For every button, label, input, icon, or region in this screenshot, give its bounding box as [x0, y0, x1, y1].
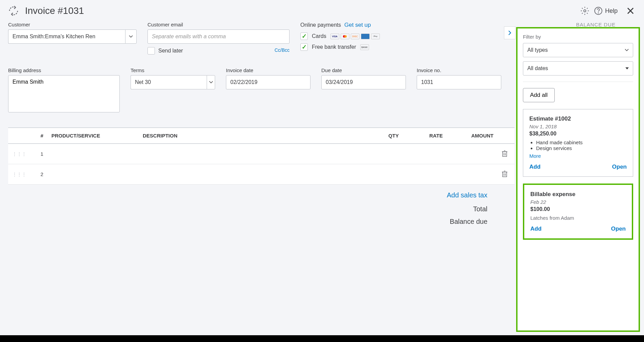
- invoice-no-label: Invoice no.: [417, 67, 501, 73]
- balance-due-label: Balance due: [16, 218, 487, 226]
- help-icon: [594, 6, 603, 15]
- bank-icon: BANK: [360, 44, 369, 50]
- linked-item-line: Hand made cabinets: [536, 140, 627, 145]
- cards-label: Cards: [312, 33, 326, 39]
- add-link[interactable]: Add: [530, 226, 542, 232]
- total-label: Total: [16, 205, 487, 213]
- chevron-down-icon: [209, 81, 213, 84]
- settings-button[interactable]: [579, 5, 590, 16]
- svg-point-0: [584, 10, 586, 12]
- help-label[interactable]: Help: [605, 7, 618, 15]
- filter-type-select[interactable]: All types: [523, 43, 633, 57]
- invoice-date-input[interactable]: [226, 75, 310, 89]
- filter-by-label: Filter by: [523, 34, 633, 40]
- chevron-right-icon: [508, 30, 512, 36]
- col-product: PRODUCT/SERVICE: [47, 128, 139, 144]
- linked-item-estimate: Estimate #1002 Nov 1, 2018 $38,250.00 Ha…: [523, 109, 633, 177]
- more-link[interactable]: More: [529, 153, 627, 159]
- table-row[interactable]: ⋮⋮⋮ 1: [8, 144, 514, 164]
- drag-handle-icon[interactable]: ⋮⋮⋮: [12, 151, 26, 157]
- svg-point-2: [598, 13, 598, 13]
- col-description: DESCRIPTION: [139, 128, 366, 144]
- linked-item-date: Feb 22: [530, 199, 626, 205]
- footer-bar: [0, 335, 644, 342]
- cards-checkbox[interactable]: [300, 33, 308, 40]
- linked-item-date: Nov 1, 2018: [529, 124, 627, 129]
- add-link[interactable]: Add: [529, 164, 540, 170]
- open-link[interactable]: Open: [612, 164, 627, 170]
- email-label: Customer email: [147, 22, 290, 27]
- svg-rect-5: [503, 152, 507, 156]
- filter-date-select[interactable]: All dates: [523, 61, 633, 76]
- page-title: Invoice #1031: [25, 5, 84, 16]
- terms-dropdown-button[interactable]: [207, 75, 215, 89]
- open-link[interactable]: Open: [611, 226, 626, 232]
- online-payments-label: Online payments: [300, 22, 341, 28]
- linked-item-line: Design services: [536, 145, 627, 151]
- close-icon: [626, 6, 635, 16]
- recurring-icon: [8, 5, 19, 16]
- get-setup-link[interactable]: Get set up: [344, 22, 371, 28]
- linked-item-title: Estimate #1002: [529, 115, 627, 122]
- row-num: 2: [30, 164, 47, 185]
- sidebar-toggle-button[interactable]: [504, 26, 515, 39]
- table-row[interactable]: ⋮⋮⋮ 2: [8, 164, 514, 185]
- linked-item-billable-expense: Billable expense Feb 22 $100.00 Latches …: [523, 184, 633, 240]
- add-all-button[interactable]: Add all: [523, 88, 555, 102]
- linked-item-title: Billable expense: [530, 191, 626, 198]
- col-rate: RATE: [403, 128, 447, 144]
- invoice-date-label: Invoice date: [226, 67, 310, 73]
- chevron-down-icon: [625, 49, 629, 51]
- customer-dropdown-button[interactable]: [125, 29, 137, 44]
- customer-label: Customer: [8, 22, 137, 27]
- col-qty: QTY: [366, 128, 403, 144]
- due-date-input[interactable]: [321, 75, 406, 89]
- col-amount: AMOUNT: [447, 128, 498, 144]
- svg-rect-10: [503, 172, 507, 177]
- drag-handle-icon[interactable]: ⋮⋮⋮: [12, 172, 26, 177]
- linked-item-amount: $38,250.00: [529, 131, 627, 137]
- bank-label: Free bank transfer: [312, 44, 356, 50]
- trash-icon[interactable]: [502, 172, 508, 178]
- due-date-label: Due date: [321, 67, 406, 73]
- customer-select[interactable]: [8, 29, 125, 44]
- col-num: #: [30, 128, 47, 144]
- billing-label: Billing address: [8, 67, 120, 73]
- ccbcc-link[interactable]: Cc/Bcc: [275, 47, 290, 53]
- close-button[interactable]: [625, 5, 636, 16]
- card-brand-icons: VISA DISC Pay: [330, 34, 380, 39]
- chevron-down-icon: [129, 35, 133, 38]
- invoice-no-input[interactable]: [417, 75, 501, 89]
- add-sales-tax-link[interactable]: Add sales tax: [16, 191, 487, 199]
- trash-icon[interactable]: [502, 152, 508, 158]
- terms-label: Terms: [131, 67, 215, 73]
- send-later-checkbox[interactable]: [147, 47, 155, 55]
- row-num: 1: [30, 144, 47, 164]
- gear-icon: [580, 6, 589, 15]
- linked-item-desc: Latches from Adam: [530, 215, 626, 221]
- email-input[interactable]: [147, 29, 290, 44]
- linked-item-amount: $100.00: [530, 206, 626, 212]
- balance-due-label: BALANCE DUE: [575, 22, 616, 27]
- linked-transactions-panel: Filter by All types All dates Add all Es…: [516, 27, 640, 332]
- billing-input[interactable]: [8, 75, 120, 112]
- caret-down-icon: [625, 67, 629, 69]
- help-button[interactable]: [593, 5, 604, 16]
- bank-checkbox[interactable]: [300, 43, 308, 51]
- terms-select[interactable]: [131, 75, 207, 89]
- send-later-label: Send later: [158, 48, 183, 54]
